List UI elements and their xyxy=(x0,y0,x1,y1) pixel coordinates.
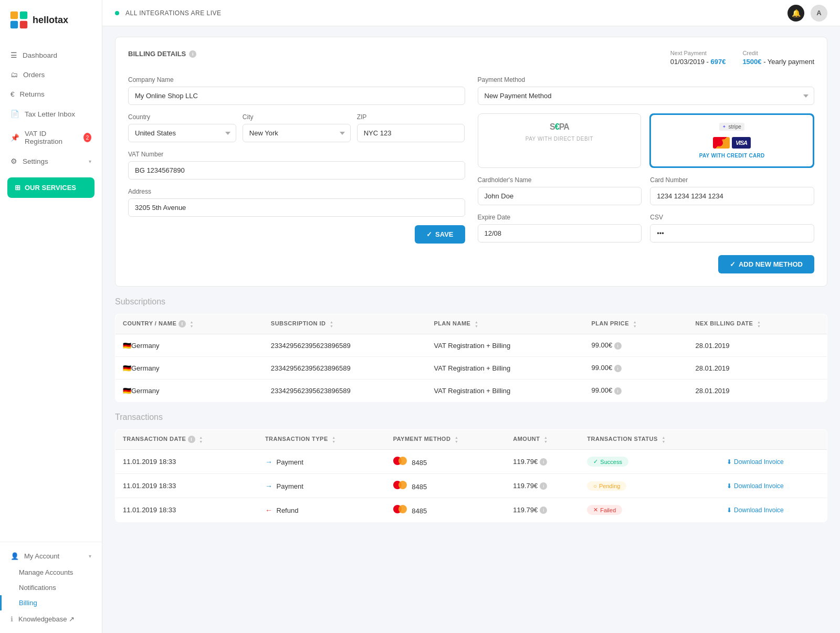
status-dot xyxy=(115,11,119,15)
download-invoice-link[interactable]: ⬇ Download Invoice xyxy=(727,458,784,466)
tx-download-cell: ⬇ Download Invoice xyxy=(719,450,827,474)
topbar: ALL INTEGRATIONS ARE LIVE 🔔 A xyxy=(102,0,840,26)
billing-right: Payment Method New Payment Method S€PA P… xyxy=(478,76,815,273)
sidebar-item-dashboard[interactable]: ☰ Dashboard xyxy=(0,45,102,65)
sidebar-item-orders[interactable]: 🗂 Orders xyxy=(0,65,102,85)
cardholder-input[interactable] xyxy=(478,187,642,205)
subscriptions-table: COUNTRY / NAME i ▲▼ SUBSCRIPTION ID ▲▼ P… xyxy=(115,314,827,402)
price-info-icon[interactable]: i xyxy=(614,365,622,372)
svg-rect-3 xyxy=(20,21,27,28)
our-services-button[interactable]: ⊞ OUR SERVICES xyxy=(7,177,94,198)
card-number-input[interactable] xyxy=(650,187,814,205)
add-method-label: ADD NEW METHOD xyxy=(739,260,803,268)
sepa-payment-option[interactable]: S€PA PAY WITH DIRECT DEBIT xyxy=(478,113,642,168)
table-row: 🇩🇪 Germany 233429562395623896589 VAT Reg… xyxy=(116,334,827,357)
col-info-icon[interactable]: i xyxy=(188,436,195,443)
sort-icon[interactable]: ▲▼ xyxy=(633,320,637,328)
sort-icon[interactable]: ▲▼ xyxy=(199,436,203,444)
amount-info-icon[interactable]: i xyxy=(540,507,547,514)
credit-block: Credit 1500€ - Yearly payment xyxy=(742,50,814,66)
billing-info-icon[interactable]: i xyxy=(189,50,196,58)
cardholder-group: Cardholder's Name xyxy=(478,176,642,205)
city-group: City New York xyxy=(243,113,351,142)
knowledgebase-item[interactable]: ℹ Knowledgebase ↗ xyxy=(0,610,102,628)
col-tx-amount: AMOUNT ▲▼ xyxy=(506,430,580,450)
manage-accounts-item[interactable]: Manage Accounts xyxy=(0,565,102,580)
price-info-icon[interactable]: i xyxy=(614,342,622,350)
city-select[interactable]: New York xyxy=(243,124,351,142)
sort-icon[interactable]: ▲▼ xyxy=(190,320,193,328)
credit-card-payment-option[interactable]: stripe VISA PAY WITH CREDIT CARD xyxy=(649,113,814,168)
tx-type-cell: → Payment xyxy=(258,450,386,474)
sidebar-item-label: Dashboard xyxy=(23,51,57,59)
settings-icon: ⚙ xyxy=(10,157,17,165)
billing-details-card: BILLING DETAILS i Next Payment 01/03/201… xyxy=(115,37,827,287)
tx-amount-cell: 119.79€ i xyxy=(506,450,580,474)
zip-input[interactable] xyxy=(357,124,465,142)
download-invoice-link[interactable]: ⬇ Download Invoice xyxy=(727,507,784,514)
sepa-logo: S€PA xyxy=(550,122,569,132)
sort-icon[interactable]: ▲▼ xyxy=(332,436,335,444)
country-cell: 🇩🇪 Germany xyxy=(116,357,264,379)
tx-status-cell: ○ Pending xyxy=(580,474,719,498)
amount-info-icon[interactable]: i xyxy=(540,482,547,490)
checkmark-icon: ✓ xyxy=(730,260,736,268)
chevron-down-icon: ▾ xyxy=(89,553,91,559)
vat-icon: 📌 xyxy=(10,133,19,142)
dashboard-icon: ☰ xyxy=(10,51,17,59)
sidebar-item-settings[interactable]: ⚙ Settings ▾ xyxy=(0,151,102,171)
add-method-button[interactable]: ✓ ADD NEW METHOD xyxy=(718,255,814,273)
country-group: Country United States xyxy=(128,113,236,142)
company-name-input[interactable] xyxy=(128,87,465,105)
expire-input[interactable] xyxy=(478,224,642,242)
subscription-id-cell: 233429562395623896589 xyxy=(264,379,427,402)
plan-price-cell: 99.00€ i xyxy=(584,334,688,357)
avatar[interactable]: A xyxy=(811,5,827,22)
my-account-label: My Account xyxy=(24,552,59,560)
country-select[interactable]: United States xyxy=(128,124,236,142)
address-input[interactable] xyxy=(128,198,465,217)
csv-group: CSV xyxy=(650,214,814,242)
plan-name-cell: VAT Registration + Billing xyxy=(427,379,584,402)
info-icon: ℹ xyxy=(10,615,13,623)
vat-input[interactable] xyxy=(128,161,465,180)
payment-method-select[interactable]: New Payment Method xyxy=(478,87,815,105)
sort-icon[interactable]: ▲▼ xyxy=(662,436,665,444)
bell-icon[interactable]: 🔔 xyxy=(788,5,804,22)
sort-icon[interactable]: ▲▼ xyxy=(330,320,333,328)
col-country: COUNTRY / NAME i ▲▼ xyxy=(116,314,264,334)
billing-header-row: BILLING DETAILS i Next Payment 01/03/201… xyxy=(128,50,814,66)
col-plan-name: PLAN NAME ▲▼ xyxy=(427,314,584,334)
col-tx-method: PAYMENT METHOD ▲▼ xyxy=(386,430,506,450)
table-row: 🇩🇪 Germany 233429562395623896589 VAT Reg… xyxy=(116,379,827,402)
csv-input[interactable] xyxy=(650,224,814,242)
my-account-item[interactable]: 👤 My Account ▾ xyxy=(0,547,102,565)
sort-icon[interactable]: ▲▼ xyxy=(757,320,761,328)
billing-date-cell: 28.01.2019 xyxy=(688,334,827,357)
add-method-row: ✓ ADD NEW METHOD xyxy=(478,251,815,273)
country-cell: 🇩🇪 Germany xyxy=(116,379,264,402)
plan-name-cell: VAT Registration + Billing xyxy=(427,334,584,357)
tx-method-cell: 8485 xyxy=(386,498,506,522)
sidebar-item-tax-letter-inbox[interactable]: 📄 Tax Letter Inbox xyxy=(0,104,102,124)
svg-rect-2 xyxy=(10,21,18,28)
tx-download-cell: ⬇ Download Invoice xyxy=(719,474,827,498)
table-row: 🇩🇪 Germany 233429562395623896589 VAT Reg… xyxy=(116,357,827,379)
sort-icon[interactable]: ▲▼ xyxy=(475,320,478,328)
tx-date-cell: 11.01.2019 18:33 xyxy=(116,498,258,522)
sidebar-item-returns[interactable]: € Returns xyxy=(0,85,102,104)
save-button[interactable]: ✓ SAVE xyxy=(415,225,465,244)
credit-value: 1500€ - Yearly payment xyxy=(742,58,814,66)
amount-info-icon[interactable]: i xyxy=(540,458,547,466)
next-payment-label: Next Payment xyxy=(670,50,726,56)
sort-icon[interactable]: ▲▼ xyxy=(544,436,548,444)
billing-item[interactable]: Billing xyxy=(0,595,102,610)
visa-icon: VISA xyxy=(732,137,751,149)
sort-icon[interactable]: ▲▼ xyxy=(455,436,458,444)
download-invoice-link[interactable]: ⬇ Download Invoice xyxy=(727,482,784,490)
sidebar-item-vat-id[interactable]: 📌 VAT ID Registration 2 xyxy=(0,124,102,151)
col-info-icon[interactable]: i xyxy=(178,320,186,328)
notifications-item[interactable]: Notifications xyxy=(0,580,102,595)
nav-section: ☰ Dashboard 🗂 Orders € Returns 📄 Tax Let… xyxy=(0,40,102,542)
price-info-icon[interactable]: i xyxy=(614,387,622,395)
